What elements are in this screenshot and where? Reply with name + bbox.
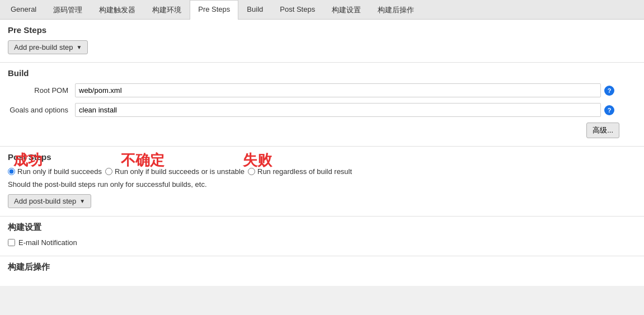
add-postbuild-step-button[interactable]: Add post-build step ▼ [8, 194, 91, 208]
tab-presteps[interactable]: Pre Steps [190, 0, 238, 20]
radio-success[interactable] [8, 168, 15, 175]
tab-bar: General 源码管理 构建触发器 构建环境 Pre Steps Build … [0, 0, 644, 20]
add-prebuild-step-button[interactable]: Add pre-build step ▼ [8, 40, 88, 54]
root-pom-row: Root POM ? [8, 83, 636, 97]
radio-unstable-label[interactable]: Run only if build succeeds or is unstabl… [105, 167, 245, 176]
email-notification-label[interactable]: E-mail Notification [8, 238, 77, 247]
tab-env[interactable]: 构建环境 [144, 0, 190, 20]
dropdown-arrow-post-icon: ▼ [79, 198, 85, 204]
goals-help-icon[interactable]: ? [604, 105, 614, 115]
root-pom-input[interactable] [75, 83, 601, 97]
root-pom-label: Root POM [8, 86, 75, 95]
root-pom-help-icon[interactable]: ? [604, 86, 614, 96]
presteps-section: Pre Steps Add pre-build step ▼ [0, 20, 644, 63]
tab-settings[interactable]: 构建设置 [323, 0, 369, 20]
goals-input-wrap: ? [75, 103, 636, 117]
radio-always[interactable] [248, 168, 255, 175]
poststeps-options: Run only if build succeeds Run only if b… [8, 167, 636, 176]
build-settings-section: 构建设置 E-mail Notification [0, 217, 644, 256]
build-title: Build [8, 68, 636, 78]
goals-row: Goals and options ? [8, 103, 636, 117]
post-build-title: 构建后操作 [8, 262, 636, 272]
poststeps-title: Post Steps [8, 152, 636, 162]
advanced-row: 高级... [8, 123, 636, 138]
tab-poststeps[interactable]: Post Steps [271, 0, 323, 20]
goals-label: Goals and options [8, 106, 75, 114]
radio-unstable[interactable] [105, 168, 112, 175]
tab-trigger[interactable]: 构建触发器 [91, 0, 144, 20]
dropdown-arrow-icon: ▼ [77, 44, 82, 50]
advanced-button[interactable]: 高级... [586, 123, 619, 138]
poststeps-description: Should the post-build steps run only for… [8, 180, 636, 189]
build-section: Build Root POM ? Goals and options ? 高级.… [0, 63, 644, 147]
tab-postbuild[interactable]: 构建后操作 [369, 0, 422, 20]
radio-always-label[interactable]: Run regardless of build result [248, 167, 352, 176]
build-settings-title: 构建设置 [8, 222, 636, 233]
tab-general[interactable]: General [2, 0, 45, 20]
root-pom-input-wrap: ? [75, 83, 636, 97]
poststeps-radio-container: 成功 不确定 失败 Run only if build succeeds Run… [8, 167, 636, 176]
tab-build[interactable]: Build [238, 0, 271, 20]
radio-success-label[interactable]: Run only if build succeeds [8, 167, 102, 176]
email-notification-checkbox[interactable] [8, 239, 15, 246]
goals-input[interactable] [75, 103, 601, 117]
poststeps-section: Post Steps 成功 不确定 失败 Run only if build s… [0, 147, 644, 217]
post-build-section: 构建后操作 [0, 256, 644, 286]
tab-source[interactable]: 源码管理 [45, 0, 91, 20]
main-content: Pre Steps Add pre-build step ▼ Build Roo… [0, 20, 644, 286]
presteps-title: Pre Steps [8, 25, 636, 35]
